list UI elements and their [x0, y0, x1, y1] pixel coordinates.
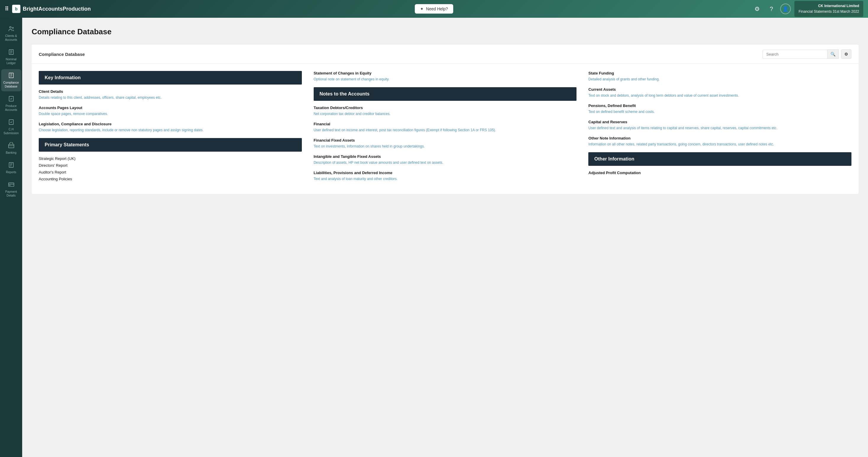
- item-title-1-6: Liabilities, Provisions and Deferred Inc…: [314, 171, 577, 175]
- card-header-title: Compliance Database: [39, 52, 85, 57]
- section-link-0-8[interactable]: Accounting Policies: [39, 177, 302, 181]
- item-desc-2-0[interactable]: Detailed analysis of grants and other fu…: [588, 77, 851, 82]
- section-item-2-2: Pensions, Defined BenefitText on defined…: [588, 103, 851, 114]
- item-title-0-1: Client Details: [39, 89, 302, 94]
- section-item-2-0: State FundingDetailed analysis of grants…: [588, 71, 851, 82]
- search-settings-button[interactable]: ⚙: [841, 49, 851, 59]
- produce-icon: [8, 95, 14, 103]
- svg-point-1: [12, 27, 13, 28]
- item-desc-0-3[interactable]: Choose legislation, reporting standards,…: [39, 127, 302, 133]
- item-desc-0-2[interactable]: Double space pages, remove comparatives.: [39, 111, 302, 117]
- settings-icon[interactable]: ⚙: [752, 4, 763, 14]
- nominal-icon: [8, 49, 14, 56]
- item-title-2-3: Capital and Reserves: [588, 120, 851, 124]
- reports-icon: [8, 162, 14, 169]
- compliance-icon: [8, 72, 14, 80]
- sidebar-label-payment: Payment Details: [5, 190, 17, 197]
- item-desc-0-1[interactable]: Details relating to this client, address…: [39, 95, 302, 100]
- section-link-0-5[interactable]: Strategic Report (UK): [39, 156, 302, 161]
- svg-rect-9: [8, 144, 13, 148]
- item-desc-2-2[interactable]: Text on defined benefit scheme and costs…: [588, 109, 851, 114]
- item-title-1-4: Financial Fixed Assets: [314, 138, 577, 143]
- sidebar-item-nominal[interactable]: Nominal Ledger: [1, 46, 21, 68]
- sidebar-label-ch: C.H Submission: [4, 127, 19, 135]
- svg-point-0: [9, 27, 11, 28]
- card-body: Key InformationClient DetailsDetails rel…: [32, 64, 859, 194]
- search-wrapper: 🔍: [763, 49, 839, 59]
- item-desc-1-2[interactable]: Net corporation tax debtor and creditor …: [314, 111, 577, 117]
- item-desc-1-5[interactable]: Description of assets, HP net book value…: [314, 160, 577, 165]
- sidebar-label-banking: Banking: [6, 151, 16, 155]
- section-item-1-4: Financial Fixed AssetsText on investment…: [314, 138, 577, 149]
- sidebar-item-ch[interactable]: C.H Submission: [1, 116, 21, 138]
- search-input[interactable]: [763, 50, 828, 59]
- section-item-1-6: Liabilities, Provisions and Deferred Inc…: [314, 171, 577, 182]
- item-desc-2-4[interactable]: Information on all other notes, related …: [588, 142, 851, 147]
- column-1: Statement of Changes in EquityOptional n…: [314, 71, 577, 187]
- sidebar: Clients & AccountsNominal LedgerComplian…: [0, 18, 22, 457]
- sidebar-item-payment[interactable]: Payment Details: [1, 178, 21, 201]
- section-item-1-0: Statement of Changes in EquityOptional n…: [314, 71, 577, 82]
- column-0: Key InformationClient DetailsDetails rel…: [39, 71, 302, 187]
- page-title: Compliance Database: [32, 27, 859, 36]
- section-item-1-2: Taxation Debtors/CreditorsNet corporatio…: [314, 105, 577, 117]
- section-header-0-4[interactable]: Primary Statements: [39, 138, 302, 152]
- app-header: ⠿ b BrightAccountsProduction ✦ Need Help…: [0, 0, 868, 18]
- banking-icon: [8, 142, 14, 150]
- compliance-card: Compliance Database 🔍 ⚙ Key InformationC…: [32, 44, 859, 194]
- sidebar-item-reports[interactable]: Reports: [1, 159, 21, 177]
- sidebar-label-produce: Produce Accounts: [5, 104, 17, 112]
- item-title-2-4: Other Note Information: [588, 136, 851, 141]
- user-icon[interactable]: 👤: [780, 4, 791, 14]
- item-desc-1-6[interactable]: Text and analysis of loan maturity and o…: [314, 176, 577, 182]
- sidebar-item-clients[interactable]: Clients & Accounts: [1, 23, 21, 44]
- help-icon[interactable]: ?: [766, 4, 777, 14]
- item-desc-1-3[interactable]: User defined text on income and interest…: [314, 127, 577, 133]
- item-title-0-2: Accounts Pages Layout: [39, 105, 302, 110]
- sidebar-item-compliance[interactable]: Compliance Database: [1, 69, 21, 91]
- sidebar-label-reports: Reports: [6, 170, 16, 174]
- payment-icon: [8, 181, 14, 189]
- section-header-1-1[interactable]: Notes to the Accounts: [314, 87, 577, 101]
- section-link-0-7[interactable]: Auditor's Report: [39, 170, 302, 174]
- sidebar-label-nominal: Nominal Ledger: [6, 57, 17, 65]
- item-desc-1-0[interactable]: Optional note on statement of changes in…: [314, 77, 577, 82]
- section-header-2-5[interactable]: Other Information: [588, 152, 851, 166]
- grid-icon: ⠿: [5, 6, 8, 12]
- svg-rect-15: [8, 183, 13, 186]
- item-title-2-1: Current Assets: [588, 87, 851, 92]
- section-item-0-3: Legislation, Compliance and DisclosureCh…: [39, 122, 302, 133]
- logo-icon: b: [12, 5, 21, 13]
- content-area: Compliance Database Compliance Database …: [22, 18, 868, 457]
- sidebar-label-clients: Clients & Accounts: [5, 34, 17, 42]
- search-container: 🔍 ⚙: [763, 49, 851, 59]
- search-button[interactable]: 🔍: [828, 49, 839, 59]
- section-item-1-5: Intangible and Tangible Fixed AssetsDesc…: [314, 154, 577, 165]
- card-header: Compliance Database 🔍 ⚙: [32, 44, 859, 64]
- section-item-2-4: Other Note InformationInformation on all…: [588, 136, 851, 147]
- item-title-0-3: Legislation, Compliance and Disclosure: [39, 122, 302, 126]
- item-title-1-5: Intangible and Tangible Fixed Assets: [314, 154, 577, 159]
- section-header-0-0[interactable]: Key Information: [39, 71, 302, 85]
- section-link-0-6[interactable]: Directors' Report: [39, 163, 302, 167]
- section-item-0-2: Accounts Pages LayoutDouble space pages,…: [39, 105, 302, 117]
- column-2: State FundingDetailed analysis of grants…: [588, 71, 851, 187]
- item-desc-2-1[interactable]: Text on stock and debtors, analysis of l…: [588, 93, 851, 98]
- sidebar-label-compliance: Compliance Database: [3, 81, 19, 88]
- ch-icon: [8, 119, 14, 126]
- logo: ⠿ b BrightAccountsProduction: [5, 5, 752, 13]
- sidebar-item-produce[interactable]: Produce Accounts: [1, 93, 21, 115]
- item-desc-1-4[interactable]: Text on investments, information on shar…: [314, 144, 577, 149]
- item-desc-2-3[interactable]: User defined text and analysis of items …: [588, 125, 851, 131]
- sidebar-item-banking[interactable]: Banking: [1, 139, 21, 157]
- header-right: ⚙ ? 👤 CK International Limited Financial…: [752, 1, 863, 17]
- item-title-2-6: Adjusted Profit Computation: [588, 171, 851, 175]
- section-item-2-3: Capital and ReservesUser defined text an…: [588, 120, 851, 131]
- section-item-1-3: FinancialUser defined text on income and…: [314, 122, 577, 133]
- user-info: CK International Limited Financial State…: [795, 1, 863, 17]
- section-item-2-1: Current AssetsText on stock and debtors,…: [588, 87, 851, 98]
- need-help-button[interactable]: ✦ Need Help?: [415, 4, 453, 13]
- item-title-2-0: State Funding: [588, 71, 851, 75]
- section-item-2-6: Adjusted Profit Computation: [588, 171, 851, 175]
- main-layout: Clients & AccountsNominal LedgerComplian…: [0, 18, 868, 457]
